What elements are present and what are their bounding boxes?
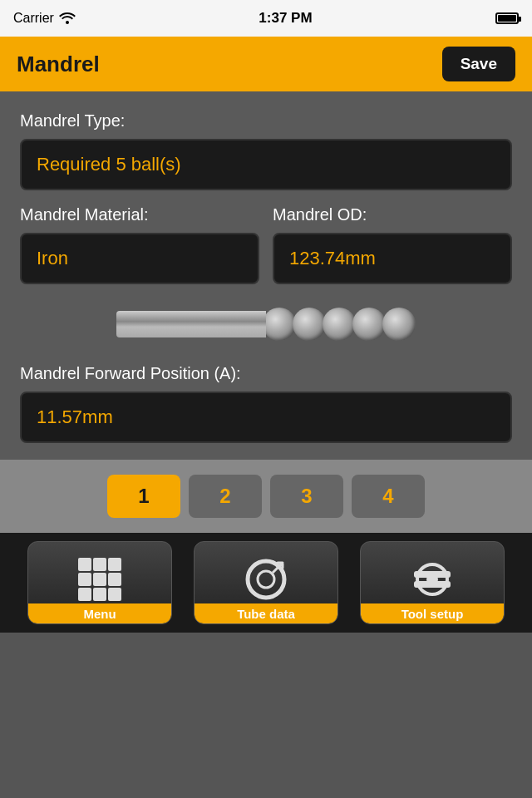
material-value[interactable]: Iron xyxy=(20,233,259,284)
tab-1[interactable]: 1 xyxy=(107,475,180,518)
grid-icon xyxy=(75,554,125,604)
tool-icon xyxy=(407,554,457,604)
od-label: Mandrel OD: xyxy=(273,205,512,224)
svg-rect-8 xyxy=(108,588,121,601)
mandrel-ball-5 xyxy=(382,308,416,341)
svg-rect-0 xyxy=(78,558,91,571)
wifi-icon xyxy=(59,11,76,27)
svg-rect-6 xyxy=(78,588,91,601)
material-col: Mandrel Material: Iron xyxy=(20,205,259,284)
tube-data-button[interactable]: Tube data xyxy=(194,541,338,624)
tab-3[interactable]: 3 xyxy=(270,475,343,518)
mandrel-balls xyxy=(266,308,416,341)
page-title: Mandrel xyxy=(17,52,100,77)
svg-rect-4 xyxy=(93,573,106,586)
mandrel-type-section: Mandrel Type: Required 5 ball(s) xyxy=(20,111,512,190)
svg-point-10 xyxy=(258,571,274,588)
tab-2[interactable]: 2 xyxy=(189,475,262,518)
menu-button[interactable]: Menu xyxy=(27,541,172,624)
tab-4[interactable]: 4 xyxy=(352,475,425,518)
mandrel-type-value[interactable]: Required 5 ball(s) xyxy=(20,139,512,190)
status-bar: Carrier 1:37 PM xyxy=(0,0,532,37)
tool-setup-button[interactable]: Tool setup xyxy=(360,541,505,624)
mandrel-diagram xyxy=(20,284,512,364)
bottom-nav: Menu Tube data Tool setup xyxy=(0,533,532,633)
material-od-row: Mandrel Material: Iron Mandrel OD: 123.7… xyxy=(20,205,512,284)
forward-label: Mandrel Forward Position (A): xyxy=(20,364,512,383)
od-value[interactable]: 123.74mm xyxy=(273,233,512,284)
carrier-label: Carrier xyxy=(13,11,54,26)
forward-position-section: Mandrel Forward Position (A): 11.57mm xyxy=(20,364,512,443)
main-content: Mandrel Type: Required 5 ball(s) Mandrel… xyxy=(0,91,532,460)
svg-rect-5 xyxy=(108,573,121,586)
save-button[interactable]: Save xyxy=(442,47,515,81)
mandrel-type-label: Mandrel Type: xyxy=(20,111,512,131)
mandrel-ball-3 xyxy=(323,308,356,341)
header: Mandrel Save xyxy=(0,37,532,91)
svg-rect-15 xyxy=(414,581,451,588)
forward-value[interactable]: 11.57mm xyxy=(20,392,512,443)
circle-arrow-icon xyxy=(241,554,291,604)
mandrel-ball-4 xyxy=(352,308,386,341)
svg-rect-3 xyxy=(78,573,91,586)
svg-rect-1 xyxy=(93,558,106,571)
tab-bar: 1 2 3 4 xyxy=(0,460,532,533)
mandrel-shaft xyxy=(116,311,266,337)
mandrel-ball-1 xyxy=(263,308,296,341)
svg-rect-7 xyxy=(93,588,106,601)
time-label: 1:37 PM xyxy=(259,10,312,27)
material-label: Mandrel Material: xyxy=(20,205,259,224)
svg-rect-2 xyxy=(108,558,121,571)
od-col: Mandrel OD: 123.74mm xyxy=(273,205,512,284)
menu-label: Menu xyxy=(28,603,171,623)
mandrel-ball-2 xyxy=(293,308,326,341)
tube-data-label: Tube data xyxy=(195,603,337,623)
battery-icon xyxy=(495,12,519,24)
tool-setup-label: Tool setup xyxy=(361,603,504,623)
